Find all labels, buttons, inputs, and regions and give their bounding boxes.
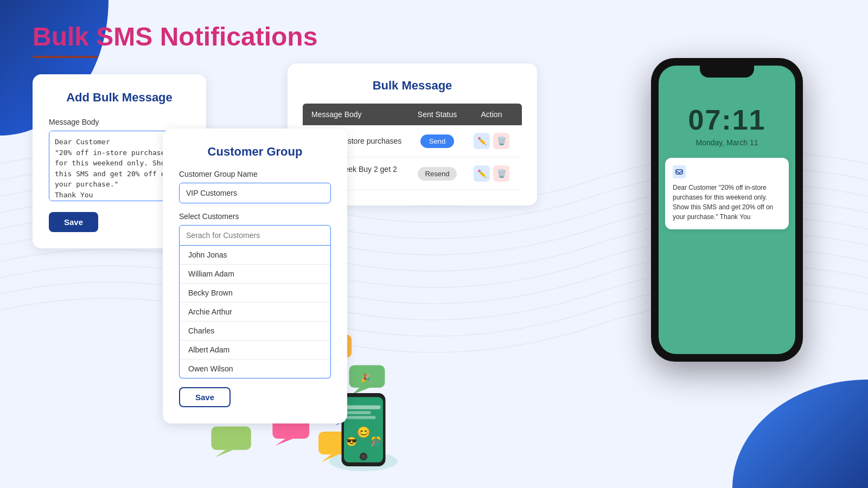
- col-message-body-header: Message Body: [311, 110, 405, 119]
- table-header: Message Body Sent Status Action: [303, 104, 522, 125]
- title-underline: [33, 56, 98, 58]
- customer-list: John Jonas William Adam Becky Brown Arch…: [179, 246, 331, 378]
- customer-list-item[interactable]: Albert Adam: [180, 341, 330, 359]
- col-action-header: Action: [470, 110, 513, 119]
- phone-outer: 07:11 Monday, March 11 Dear Customer "20…: [651, 58, 803, 362]
- select-customers-label: Select Customers: [179, 212, 331, 221]
- customer-list-item[interactable]: Archie Arthur: [180, 303, 330, 322]
- action-cell: ✏️ 🗑️: [470, 165, 513, 182]
- bulk-message-title: Bulk Message: [303, 79, 522, 93]
- customer-list-item[interactable]: Owen Wilson: [180, 359, 330, 378]
- col-sent-status-header: Sent Status: [405, 110, 470, 119]
- customer-list-item[interactable]: Becky Brown: [180, 284, 330, 303]
- phone-sender-icon: [673, 165, 686, 178]
- customer-group-card: Customer Group Customer Group Name Selec…: [163, 129, 347, 423]
- delete-button[interactable]: 🗑️: [493, 165, 509, 182]
- phone-message-text: Dear Customer "20% off in-store purchase…: [673, 183, 781, 222]
- action-cell: ✏️ 🗑️: [470, 133, 513, 149]
- add-bulk-save-button[interactable]: Save: [49, 212, 98, 232]
- group-name-input[interactable]: [179, 183, 331, 203]
- phone-date: Monday, March 11: [696, 138, 758, 147]
- add-bulk-title: Add Bulk Message: [49, 91, 190, 105]
- delete-button[interactable]: 🗑️: [493, 133, 509, 149]
- status-cell: Resend: [405, 167, 470, 181]
- phone-time: 07:11: [688, 104, 766, 136]
- customer-group-title: Customer Group: [179, 145, 331, 159]
- edit-button[interactable]: ✏️: [474, 165, 490, 182]
- customer-search-input[interactable]: [179, 225, 331, 246]
- customer-list-item[interactable]: William Adam: [180, 265, 330, 284]
- resend-button[interactable]: Resend: [418, 167, 457, 181]
- edit-button[interactable]: ✏️: [474, 133, 490, 149]
- customer-group-save-button[interactable]: Save: [179, 387, 231, 407]
- phone-mockup: 07:11 Monday, March 11 Dear Customer "20…: [651, 58, 803, 362]
- group-name-label: Customer Group Name: [179, 170, 331, 178]
- phone-notch: [700, 66, 754, 78]
- customer-list-item[interactable]: John Jonas: [180, 246, 330, 265]
- customer-list-item[interactable]: Charles: [180, 322, 330, 341]
- main-content: Bulk SMS Notifications Add Bulk Message …: [0, 0, 868, 488]
- action-icons: ✏️ 🗑️: [470, 133, 513, 149]
- action-icons: ✏️ 🗑️: [470, 165, 513, 182]
- send-button[interactable]: Send: [420, 134, 454, 148]
- main-layout: Add Bulk Message Message Body Dear Custo…: [33, 74, 835, 248]
- page-title: Bulk SMS Notifications: [33, 22, 835, 52]
- phone-message-bubble: Dear Customer "20% off in-store purchase…: [665, 158, 789, 229]
- status-cell: Send: [405, 134, 470, 148]
- message-body-label: Message Body: [49, 118, 190, 126]
- phone-screen: 07:11 Monday, March 11 Dear Customer "20…: [659, 66, 795, 354]
